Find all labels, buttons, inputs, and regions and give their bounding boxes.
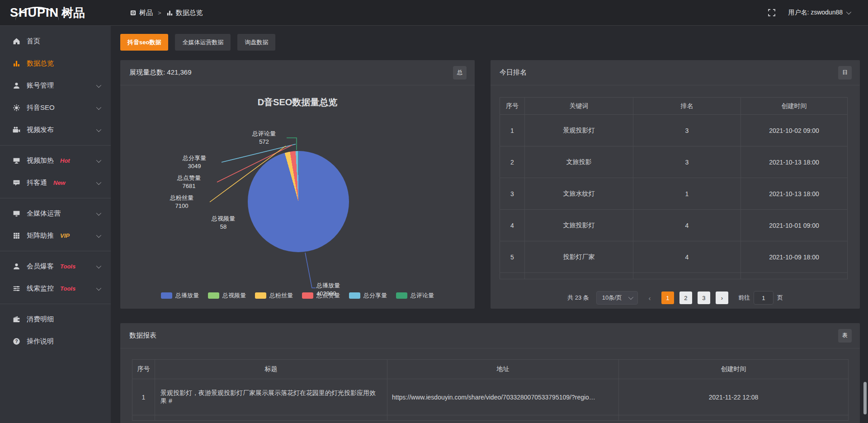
ranking-cell: 3	[633, 146, 741, 178]
chart-title: D音SEO数据量总览	[120, 96, 475, 108]
report-row-url-link[interactable]: https://www.iesdouyin.com/share/video/70…	[387, 379, 619, 415]
username-label: 用户名: zswodun88	[788, 9, 843, 17]
chart-legend: 总播放量总视频量总粉丝量总点赞量总分享量总评论量	[120, 291, 475, 300]
sidebar-item-member-burst[interactable]: 会员爆客Tools	[0, 255, 111, 277]
total-badge-button[interactable]: 总	[453, 66, 467, 80]
goto-page-input[interactable]	[754, 291, 774, 305]
scrollbar-thumb[interactable]	[863, 382, 867, 414]
sidebar-item-label: 线索监控	[27, 284, 54, 293]
sidebar-item-label: 矩阵助推	[27, 231, 54, 240]
legend-label: 总分享量	[363, 291, 387, 300]
sidebar-item-instructions[interactable]: ?操作说明	[0, 330, 111, 352]
sidebar-item-media-operation[interactable]: 全媒体运营	[0, 202, 111, 225]
report-panel-title: 数据报表	[129, 331, 156, 340]
ranking-cell: 2021-10-02 09:00	[741, 115, 848, 146]
pie-label-videos: 总视频量58	[196, 215, 250, 231]
sidebar-divider	[0, 198, 111, 198]
ranking-cell: 文旅投影	[525, 146, 633, 178]
top-header: SHUPIN 树品 树品 > 数据总览 用户名: zswodun88	[0, 0, 868, 26]
chevron-down-icon	[96, 157, 101, 162]
report-table-row: 1 景观投影灯，夜游景观投影灯厂家展示展示落花灯在花园里的灯光投影应用效果 # …	[132, 379, 849, 415]
legend-swatch	[302, 292, 313, 299]
sidebar-item-label: 操作说明	[27, 337, 54, 346]
col-index: 序号	[500, 98, 525, 115]
ranking-cell: 2021-10-01 09:00	[741, 210, 848, 241]
chevron-down-icon	[846, 9, 851, 14]
page-button-1[interactable]: 1	[661, 291, 674, 304]
sidebar-item-label: 消费明细	[27, 315, 54, 324]
app-logo[interactable]: SHUPIN 树品	[0, 5, 111, 21]
ranking-table-row-partial	[500, 273, 848, 279]
day-badge-button[interactable]: 日	[838, 66, 852, 80]
sidebar-item-badge: Tools	[60, 263, 75, 270]
user-menu[interactable]: 用户名: zswodun88	[788, 9, 850, 17]
legend-item[interactable]: 总播放量	[161, 291, 199, 300]
prev-page-button[interactable]: ‹	[643, 291, 656, 304]
ranking-table-row: 4文旅投影灯42021-10-01 09:00	[500, 210, 848, 241]
page-button-3[interactable]: 3	[698, 291, 710, 304]
sidebar-item-matrix-boost[interactable]: 矩阵助推VIP	[0, 225, 111, 247]
user-icon	[13, 82, 20, 89]
legend-item[interactable]: 总粉丝量	[255, 291, 293, 300]
sidebar-item-douketong[interactable]: 抖客通New	[0, 172, 111, 194]
svg-text:?: ?	[15, 339, 18, 344]
table-badge-button[interactable]: 表	[838, 329, 852, 343]
tab-inquiry-data[interactable]: 询盘数据	[237, 34, 275, 51]
sidebar-item-label: 会员爆客	[27, 262, 54, 271]
breadcrumb-root[interactable]: 树品	[130, 9, 153, 17]
fullscreen-icon[interactable]	[767, 8, 776, 17]
sidebar-item-badge: Hot	[60, 157, 70, 164]
sidebar-item-consume-detail[interactable]: 消费明细	[0, 308, 111, 330]
monitor-icon	[13, 210, 20, 217]
sidebar-item-label: 首页	[27, 37, 40, 46]
report-table-header: 序号 标题 地址 创建时间	[132, 360, 849, 379]
next-page-button[interactable]: ›	[716, 291, 728, 304]
legend-item[interactable]: 总分享量	[349, 291, 387, 300]
ranking-cell: 1	[500, 115, 525, 146]
data-report-panel: 数据报表 表 序号 标题 地址 创建时间 1 景观投影灯，夜游景观投影灯	[120, 323, 860, 423]
pie-chart	[248, 151, 349, 252]
member-icon	[13, 263, 20, 270]
exposure-total-label: 展现量总数: 421,369	[129, 68, 192, 77]
ranking-cell: 2021-10-13 18:00	[741, 178, 848, 210]
sidebar-item-douyin-seo[interactable]: 抖音SEO	[0, 97, 111, 119]
legend-item[interactable]: 总评论量	[396, 291, 434, 300]
page-button-2[interactable]: 2	[679, 291, 692, 304]
report-row-created: 2021-11-22 12:08	[619, 379, 849, 415]
sidebar-divider	[0, 251, 111, 251]
report-row-index: 1	[132, 379, 155, 415]
exposure-chart-panel: 展现量总数: 421,369 总 D音SEO数据量总览 总评论量572 总分享量…	[120, 60, 475, 309]
legend-label: 总播放量	[175, 291, 199, 300]
sidebar-item-video-heat[interactable]: 视频加热Hot	[0, 150, 111, 172]
sidebar-item-label: 账号管理	[27, 81, 54, 90]
ranking-cell: 5	[500, 241, 525, 273]
sidebar-nav: 首页数据总览账号管理抖音SEO视频发布视频加热Hot抖客通New全媒体运营矩阵助…	[0, 26, 111, 423]
legend-swatch	[255, 292, 266, 299]
sidebar-item-video-publish[interactable]: 视频发布	[0, 119, 111, 141]
ranking-cell: 4	[633, 241, 741, 273]
legend-swatch	[161, 292, 172, 299]
sidebar-item-account-manage[interactable]: 账号管理	[0, 75, 111, 97]
sidebar-item-badge: Tools	[60, 285, 75, 292]
chevron-down-icon	[96, 232, 101, 237]
report-row-title: 景观投影灯，夜游景观投影灯厂家展示展示落花灯在花园里的灯光投影应用效果 #	[155, 379, 387, 415]
sidebar-item-lead-monitor[interactable]: 线索监控Tools	[0, 277, 111, 300]
legend-label: 总点赞量	[316, 291, 340, 300]
breadcrumb-current[interactable]: 数据总览	[166, 9, 203, 17]
ranking-cell: 投影灯厂家	[525, 241, 633, 273]
tab-media-operation-data[interactable]: 全媒体运营数据	[175, 34, 231, 51]
sidebar-item-home[interactable]: 首页	[0, 30, 111, 52]
pie-label-fans: 总粉丝量7100	[155, 194, 209, 210]
goto-label: 前往	[738, 294, 750, 302]
sidebar-item-data-overview[interactable]: 数据总览	[0, 52, 111, 75]
sidebar-item-label: 数据总览	[27, 59, 54, 68]
breadcrumb: 树品 > 数据总览	[130, 9, 203, 17]
legend-item[interactable]: 总视频量	[208, 291, 246, 300]
tab-douyin-seo-data[interactable]: 抖音seo数据	[120, 34, 168, 51]
pie-label-comments: 总评论量572	[237, 130, 291, 146]
ranking-cell: 2	[500, 146, 525, 178]
chevron-down-icon	[96, 104, 101, 109]
pie-label-shares: 总分享量3049	[167, 154, 222, 170]
legend-item[interactable]: 总点赞量	[302, 291, 340, 300]
page-size-select[interactable]: 10条/页	[596, 291, 638, 305]
